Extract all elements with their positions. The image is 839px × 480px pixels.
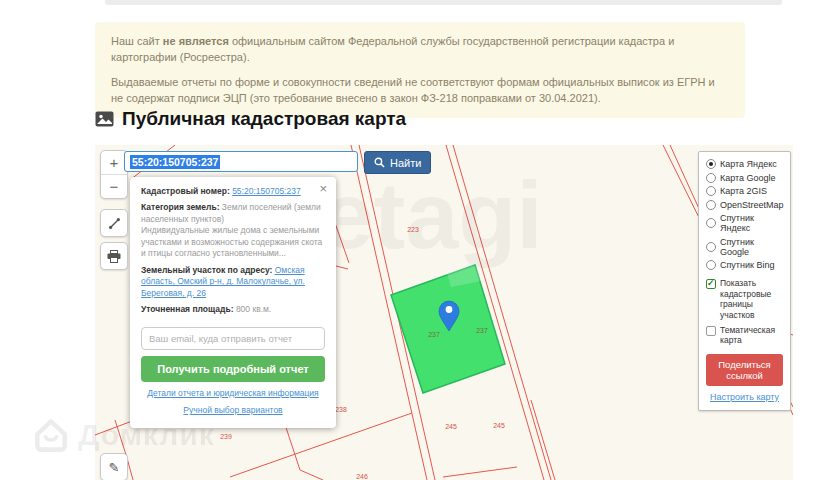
- radio-icon: [706, 200, 716, 210]
- search-button-label: Найти: [390, 157, 421, 169]
- notice-line-1: Наш сайт не является официальным сайтом …: [111, 34, 729, 66]
- parcel-label: 239: [220, 433, 232, 440]
- layer-options: Карта ЯндексКарта GoogleКарта 2GISOpenSt…: [706, 159, 783, 270]
- ruler-icon: [108, 217, 121, 230]
- get-report-button[interactable]: Получить подробный отчет: [141, 356, 325, 382]
- area-row: Уточненная площадь: 800 кв.м.: [141, 304, 325, 315]
- draw-button[interactable]: ✎: [100, 453, 128, 480]
- layer-toggle[interactable]: Показать кадастровые границы участков: [706, 278, 783, 321]
- layer-toggle-label: Показать кадастровые границы участков: [720, 278, 783, 321]
- radio-icon: [706, 159, 716, 169]
- layer-option-label: Карта 2GIS: [720, 186, 767, 196]
- customize-map-link[interactable]: Настроить карту: [706, 392, 783, 402]
- manual-choice-link[interactable]: Ручной выбор вариантов: [141, 405, 325, 416]
- search-input[interactable]: 55:20:150705:237: [124, 151, 358, 172]
- report-details-link[interactable]: Детали отчета и юридическая информация: [141, 388, 325, 399]
- radio-icon: [706, 242, 716, 252]
- layer-option[interactable]: Спутник Bing: [706, 260, 783, 270]
- cadastral-number-row: Кадастровый номер: 55:20:150705:237: [141, 186, 325, 197]
- search-input-value: 55:20:150705:237: [130, 155, 220, 169]
- search-icon: [374, 157, 385, 168]
- top-partial-bar: [105, 0, 782, 5]
- layer-option[interactable]: Спутник Яндекс: [706, 213, 783, 233]
- checkbox-icon: [706, 279, 716, 289]
- land-category-row: Категория земель: Земли поселений (земли…: [141, 202, 325, 259]
- radio-icon: [706, 260, 716, 270]
- layer-toggles: Показать кадастровые границы участковТем…: [706, 278, 783, 346]
- layer-toggle[interactable]: Тематическая карта: [706, 325, 783, 346]
- zoom-out-button[interactable]: −: [101, 174, 127, 198]
- share-link-button[interactable]: Поделиться ссылкой: [706, 354, 783, 386]
- parcel-label: 223: [407, 226, 419, 233]
- page-title: Публичная кадастровая карта: [95, 108, 406, 130]
- radio-icon: [706, 186, 716, 196]
- parcel-label: 237: [428, 331, 440, 338]
- cadastral-number-link[interactable]: 55:20:150705:237: [232, 186, 301, 196]
- image-icon: [95, 111, 114, 127]
- checkbox-icon: [706, 326, 716, 336]
- layer-option-label: Карта Google: [720, 173, 776, 183]
- pencil-icon: ✎: [109, 460, 120, 475]
- layer-option-label: Спутник Яндекс: [720, 213, 783, 233]
- house-logo-icon: [30, 414, 72, 456]
- disclaimer-notice: Наш сайт не является официальным сайтом …: [95, 22, 745, 118]
- search-button[interactable]: Найти: [364, 151, 431, 174]
- area-value: 800 кв.м.: [236, 304, 271, 314]
- layer-option-label: Спутник Bing: [720, 260, 774, 270]
- notice-line-2: Выдаваемые отчеты по форме и совокупност…: [111, 75, 729, 107]
- parcel-label: 245: [493, 422, 505, 429]
- parcel-label: 245: [445, 423, 457, 430]
- close-icon[interactable]: ×: [319, 182, 327, 195]
- map-layers-panel: Карта ЯндексКарта GoogleКарта 2GISOpenSt…: [698, 151, 791, 411]
- radio-icon: [706, 218, 716, 228]
- layer-option[interactable]: OpenStreetMap: [706, 200, 783, 210]
- layer-option[interactable]: Карта Яндекс: [706, 159, 783, 169]
- address-row: Земельный участок по адресу: Омская обла…: [141, 265, 325, 299]
- email-field[interactable]: [141, 327, 325, 350]
- parcel-info-popup: × Кадастровый номер: 55:20:150705:237 Ка…: [130, 177, 336, 428]
- printer-icon: [107, 250, 121, 263]
- print-button[interactable]: [100, 242, 128, 270]
- layer-option[interactable]: Карта Google: [706, 173, 783, 183]
- parcel-label: 246: [356, 473, 368, 480]
- map-canvas[interactable]: etagi 223237237238239245245246 + − ✎ 55:…: [95, 145, 793, 480]
- measure-button[interactable]: [100, 209, 128, 237]
- parcel-label: 237: [476, 327, 488, 334]
- layer-option-label: Спутник Google: [720, 237, 783, 257]
- layer-option[interactable]: Карта 2GIS: [706, 186, 783, 196]
- layer-toggle-label: Тематическая карта: [720, 325, 783, 346]
- land-category-description: Индивидуальные жилые дома с земельными у…: [141, 225, 325, 259]
- layer-option-label: Карта Яндекс: [720, 159, 777, 169]
- layer-option-label: OpenStreetMap: [720, 200, 784, 210]
- layer-option[interactable]: Спутник Google: [706, 237, 783, 257]
- page-title-text: Публичная кадастровая карта: [122, 108, 406, 130]
- parcel-label: 238: [335, 406, 347, 413]
- radio-icon: [706, 173, 716, 183]
